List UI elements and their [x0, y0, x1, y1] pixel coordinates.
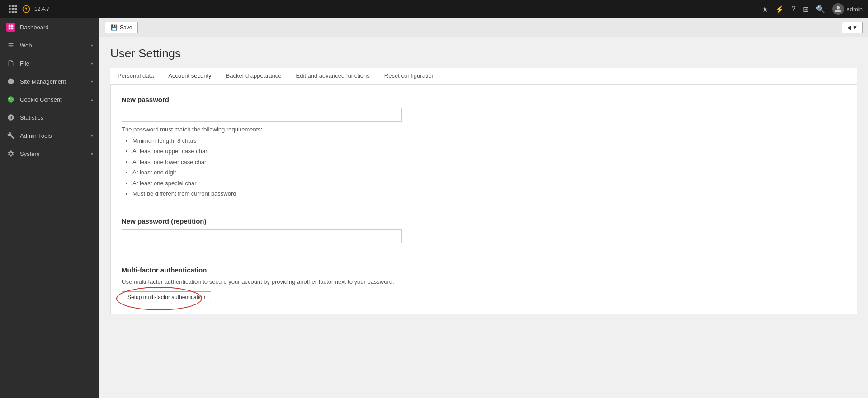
mfa-title: Multi-factor authentication [122, 266, 846, 274]
svg-point-13 [10, 100, 10, 100]
user-menu[interactable]: admin [832, 3, 863, 15]
req-item: At least one upper case char [132, 146, 846, 156]
apps-grid-button[interactable] [5, 2, 20, 16]
bookmarks-icon[interactable]: ★ [762, 5, 768, 14]
new-password-input[interactable] [122, 108, 402, 122]
svg-rect-1 [12, 5, 14, 7]
account-security-panel: New password The password must match the… [110, 84, 857, 314]
req-item: At least one lower case char [132, 157, 846, 167]
search-icon[interactable]: 🔍 [816, 5, 825, 14]
app-logo: 12.4.7 [22, 5, 49, 14]
new-password-title: New password [122, 96, 846, 103]
svg-rect-2 [15, 5, 17, 7]
tabs-container: Personal data Account security Backend a… [110, 68, 857, 84]
req-item: Minimum length: 8 chars [132, 136, 846, 146]
sidebar-item-label: Site Management [20, 78, 86, 85]
svg-rect-7 [12, 11, 14, 14]
req-item: Must be different from current password [132, 188, 846, 199]
setup-mfa-button[interactable]: Setup multi-factor authentication [122, 291, 211, 303]
req-item: At least one special char [132, 178, 846, 188]
new-password-repeat-title: New password (repetition) [122, 217, 846, 225]
grid-icon [9, 5, 17, 13]
flash-icon[interactable]: ⚡ [775, 5, 784, 14]
svg-rect-4 [12, 8, 14, 10]
avatar [832, 3, 844, 15]
chevron-down-icon: ▾ [91, 133, 93, 138]
tab-account-security[interactable]: Account security [161, 68, 218, 84]
topbar: 12.4.7 ★ ⚡ ? ⊞ 🔍 admin [0, 0, 868, 18]
setup-mfa-label: Setup multi-factor authentication [127, 294, 205, 300]
chevron-down-icon: ▾ [91, 151, 93, 156]
svg-point-11 [11, 98, 12, 98]
save-icon: 💾 [111, 24, 118, 31]
table-icon[interactable]: ⊞ [803, 5, 809, 14]
sidebar-item-admin-tools[interactable]: Admin Tools ▾ [0, 126, 99, 145]
chevron-down-icon: ▾ [91, 43, 93, 48]
section-divider [122, 208, 846, 208]
svg-point-12 [12, 99, 13, 100]
admin-tools-icon [6, 131, 15, 140]
svg-point-10 [9, 98, 10, 99]
page-title: User Settings [110, 47, 857, 61]
sidebar-item-file[interactable]: File ▾ [0, 54, 99, 72]
mfa-button-wrapper: Setup multi-factor authentication [122, 291, 211, 303]
app-version: 12.4.7 [34, 6, 49, 12]
sidebar-item-dashboard[interactable]: Dashboard [0, 18, 99, 36]
svg-rect-5 [15, 8, 17, 10]
mfa-description: Use multi-factor authentication to secur… [122, 278, 846, 285]
svg-rect-6 [9, 11, 11, 14]
req-item: At least one digit [132, 167, 846, 178]
sidebar-item-statistics[interactable]: Statistics [0, 108, 99, 126]
sidebar-item-system[interactable]: System ▾ [0, 145, 99, 163]
sidebar-item-label: System [20, 150, 86, 157]
tab-edit-advanced[interactable]: Edit and advanced functions [288, 68, 377, 84]
chevron-down-icon: ▾ [91, 79, 93, 84]
svg-rect-8 [15, 11, 17, 14]
sidebar: Dashboard Web ▾ File ▾ Site Management ▾ [0, 18, 99, 398]
requirements-intro: The password must match the following re… [122, 126, 846, 133]
new-password-section: New password The password must match the… [122, 96, 846, 199]
cookie-consent-icon [6, 95, 15, 104]
new-password-repeat-input[interactable] [122, 229, 402, 243]
requirements-list: Minimum length: 8 chars At least one upp… [122, 136, 846, 199]
chevron-down-icon: ▾ [91, 61, 93, 66]
mfa-section: Multi-factor authentication Use multi-fa… [122, 266, 846, 303]
save-button[interactable]: 💾 Save [105, 22, 138, 33]
section-divider-2 [122, 257, 846, 257]
svg-point-9 [8, 96, 14, 102]
new-password-repeat-section: New password (repetition) [122, 217, 846, 248]
tab-personal-data[interactable]: Personal data [110, 68, 161, 84]
share-button[interactable]: ◀ ▼ [842, 22, 863, 33]
sidebar-item-label: Cookie Consent [20, 96, 86, 103]
dashboard-icon [6, 23, 15, 32]
sidebar-item-label: Web [20, 42, 86, 49]
site-management-icon [6, 77, 15, 86]
sidebar-item-site-management[interactable]: Site Management ▾ [0, 72, 99, 90]
help-icon[interactable]: ? [792, 5, 796, 13]
toolbar: 💾 Save ◀ ▼ [99, 18, 868, 37]
svg-rect-0 [9, 5, 11, 7]
sidebar-item-label: Statistics [20, 114, 93, 121]
share-icon: ◀ ▼ [847, 24, 858, 31]
statistics-icon [6, 113, 15, 122]
tab-reset-configuration[interactable]: Reset configuration [377, 68, 442, 84]
sidebar-item-label: Admin Tools [20, 132, 86, 139]
system-icon [6, 149, 15, 158]
sidebar-item-label: File [20, 60, 86, 67]
file-icon [6, 59, 15, 68]
sidebar-item-cookie-consent[interactable]: Cookie Consent ▴ [0, 90, 99, 108]
svg-rect-3 [9, 8, 11, 10]
web-icon [6, 41, 15, 50]
typo3-logo-icon [22, 5, 31, 14]
tab-backend-appearance[interactable]: Backend appearance [219, 68, 289, 84]
sidebar-item-label: Dashboard [20, 24, 93, 31]
topbar-right: ★ ⚡ ? ⊞ 🔍 admin [762, 3, 863, 15]
sidebar-item-web[interactable]: Web ▾ [0, 36, 99, 54]
save-label: Save [120, 24, 132, 31]
content-area: User Settings Personal data Account secu… [99, 37, 868, 398]
chevron-up-icon: ▴ [91, 97, 93, 102]
username-label: admin [847, 6, 863, 13]
